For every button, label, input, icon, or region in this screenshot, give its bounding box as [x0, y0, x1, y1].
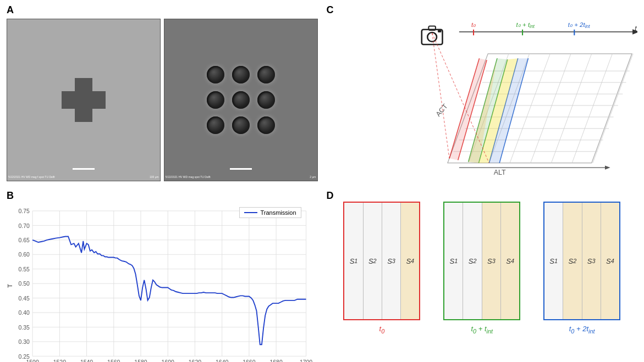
- hole-1: [207, 66, 224, 83]
- time-box-tint-label: t0 + tint: [471, 325, 493, 335]
- svg-text:0.65: 0.65: [19, 237, 30, 243]
- time-col-s1-2tint: S1: [544, 203, 563, 319]
- hole-7: [207, 116, 224, 134]
- time-col-s1-tint: S1: [444, 203, 463, 319]
- panel-a: A 5/22/2021 HV WD mag f spot TU Delft 10…: [0, 0, 322, 186]
- time-col-s4-2tint: S4: [601, 203, 619, 319]
- panel-b: B Transmission: [0, 186, 322, 362]
- panel-d-label: D: [327, 190, 334, 201]
- camera-icon: [421, 26, 442, 45]
- holes-grid: [207, 66, 275, 134]
- hole-6: [257, 91, 275, 109]
- svg-text:t₀ + 2tint: t₀ + 2tint: [568, 21, 590, 29]
- sem-scale-label-right: 2 μm: [310, 175, 316, 179]
- sem-image-cross: 5/22/2021 HV WD mag f spot TU Delft 100 …: [7, 19, 161, 181]
- svg-text:1600: 1600: [162, 359, 174, 362]
- svg-text:0.75: 0.75: [19, 208, 30, 214]
- sem-images-container: 5/22/2021 HV WD mag f spot TU Delft 100 …: [7, 19, 318, 181]
- time-box-t0-label: t0: [379, 325, 385, 335]
- sem-info-left: 5/22/2021 HV WD mag f spot TU Delft 100 …: [8, 175, 159, 179]
- svg-text:1620: 1620: [189, 359, 201, 362]
- panel-a-label: A: [7, 4, 14, 16]
- time-col-s3-tint: S3: [482, 203, 501, 319]
- time-col-s2-t0: S2: [364, 203, 382, 319]
- svg-line-73: [530, 54, 570, 163]
- svg-text:0.60: 0.60: [19, 252, 30, 258]
- svg-text:ALT: ALT: [493, 169, 505, 176]
- sem-scale-label-left: 100 μm: [150, 175, 159, 179]
- sem-info-left-text: 5/22/2021 HV WD mag f spot TU Delft: [8, 175, 55, 179]
- svg-text:0.35: 0.35: [19, 324, 30, 331]
- svg-text:1640: 1640: [216, 359, 228, 362]
- svg-text:0.30: 0.30: [19, 338, 30, 345]
- time-col-s1-t0: S1: [344, 203, 363, 319]
- time-col-s3-t0: S3: [382, 203, 401, 319]
- svg-text:1540: 1540: [80, 359, 93, 362]
- svg-text:1700: 1700: [300, 359, 312, 362]
- time-box-t0-container: S1 S2 S3 S4 t0: [343, 202, 420, 360]
- svg-text:ACT: ACT: [434, 102, 449, 118]
- time-col-s2-2tint: S2: [563, 203, 582, 319]
- legend-line: [244, 212, 257, 213]
- svg-text:0.40: 0.40: [19, 309, 30, 316]
- svg-text:t₀ + tint: t₀ + tint: [516, 21, 535, 29]
- panel-c-content: t₀ t₀ + tint t₀ + 2tint t ALT: [327, 7, 638, 181]
- main-layout: A 5/22/2021 HV WD mag f spot TU Delft 10…: [0, 0, 644, 362]
- hole-9: [257, 116, 275, 134]
- holes-background: [164, 19, 317, 181]
- sem-image-holes: 5/22/2021 HV WD mag spot TU Delft 2 μm: [164, 19, 318, 181]
- panel-d-boxes: S1 S2 S3 S4 t0 S1 S2 S3 S4 t0 + ti: [327, 202, 638, 360]
- time-box-tint-container: S1 S2 S3 S4 t0 + tint: [443, 202, 520, 360]
- svg-text:0.50: 0.50: [19, 281, 30, 287]
- svg-text:t₀: t₀: [471, 21, 476, 28]
- svg-text:1580: 1580: [134, 359, 147, 362]
- svg-line-76: [592, 54, 632, 163]
- transmission-chart: 0.75 0.70 0.65 0.60 0.55 0.50 0.45 0.40 …: [7, 202, 318, 362]
- svg-line-74: [551, 54, 591, 163]
- svg-rect-49: [438, 30, 441, 32]
- chart-legend: Transmission: [239, 207, 301, 218]
- svg-text:1660: 1660: [243, 359, 255, 362]
- panel-b-label: B: [7, 190, 14, 201]
- svg-line-75: [572, 54, 612, 163]
- time-box-t0: S1 S2 S3 S4: [343, 202, 420, 320]
- svg-text:0.70: 0.70: [19, 222, 30, 229]
- svg-text:1680: 1680: [269, 359, 282, 362]
- time-col-s4-tint: S4: [501, 203, 519, 319]
- hole-5: [232, 91, 250, 109]
- scale-bar-right: [230, 168, 252, 170]
- time-col-s2-tint: S2: [463, 203, 482, 319]
- svg-text:T: T: [7, 284, 14, 288]
- svg-text:1520: 1520: [53, 359, 66, 362]
- svg-text:1500: 1500: [26, 359, 38, 362]
- scale-bar-left: [73, 168, 95, 170]
- time-col-s4-t0: S4: [401, 203, 419, 319]
- svg-text:1560: 1560: [107, 359, 120, 362]
- cross-vertical: [75, 78, 92, 122]
- sem-info-right-text: 5/22/2021 HV WD mag spot TU Delft: [166, 175, 211, 179]
- svg-text:0.55: 0.55: [19, 266, 30, 272]
- time-col-s3-2tint: S3: [582, 203, 601, 319]
- time-box-tint: S1 S2 S3 S4: [443, 202, 520, 320]
- legend-label: Transmission: [261, 209, 296, 216]
- hole-4: [207, 91, 224, 109]
- panel-c: C t₀: [322, 0, 645, 186]
- cross-background: [7, 19, 160, 181]
- hole-8: [232, 116, 250, 134]
- hole-2: [232, 66, 250, 83]
- time-box-2tint-label: t0 + 2tint: [569, 325, 595, 335]
- cross-shape: [62, 78, 106, 122]
- svg-text:t: t: [635, 25, 637, 32]
- time-box-2tint-container: S1 S2 S3 S4 t0 + 2tint: [543, 202, 620, 360]
- hole-3: [257, 66, 275, 83]
- svg-line-88: [432, 33, 449, 158]
- sem-info-right: 5/22/2021 HV WD mag spot TU Delft 2 μm: [166, 175, 316, 179]
- chart-container: Transmission: [7, 202, 318, 362]
- time-box-2tint: S1 S2 S3 S4: [543, 202, 620, 320]
- panel-d: D S1 S2 S3 S4 t0 S1 S2 S3: [322, 186, 645, 362]
- svg-text:0.45: 0.45: [19, 295, 30, 302]
- panel-c-diagram: t₀ t₀ + tint t₀ + 2tint t ALT: [327, 7, 638, 181]
